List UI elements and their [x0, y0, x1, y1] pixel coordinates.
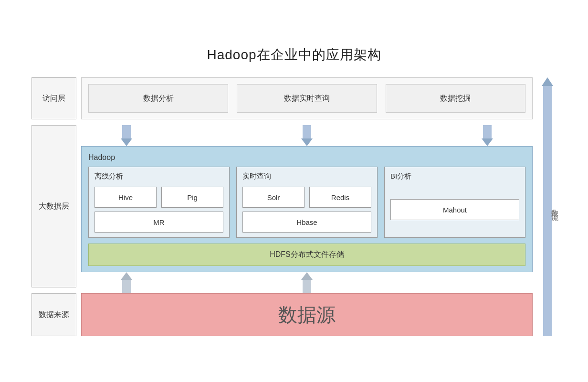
- datasource-box: 数据源: [81, 293, 533, 336]
- arrow-shaft-2: [303, 125, 311, 138]
- redis-box: Redis: [309, 187, 371, 208]
- main-container: Hadoop在企业中的应用架构 访问层 大数据层 数据来源 数据分析 数据实时查…: [32, 46, 556, 336]
- access-box-mining: 数据挖掘: [386, 84, 525, 113]
- access-box-realtime: 数据实时查询: [237, 84, 377, 113]
- bi-box: BI分析 Mahout: [384, 167, 525, 238]
- offline-label: 离线分析: [94, 172, 223, 181]
- arrow-head-up-1: [121, 272, 132, 280]
- hdfs-bar: HDFS分布式文件存储: [88, 244, 525, 266]
- hive-pig-row: Hive Pig: [94, 187, 223, 208]
- arrow-shaft-up-2: [303, 280, 311, 293]
- mahout-box: Mahout: [390, 199, 519, 220]
- right-arrow-col: 数据流: [538, 77, 556, 336]
- arrow-shaft-up-1: [122, 280, 131, 293]
- solr-redis-row: Solr Redis: [242, 187, 371, 208]
- offline-box: 离线分析 Hive Pig MR: [88, 167, 230, 238]
- hadoop-label: Hadoop: [88, 153, 525, 162]
- realtime-box: 实时查询 Solr Redis Hbase: [236, 167, 378, 238]
- solr-box: Solr: [242, 187, 304, 208]
- hive-box: Hive: [94, 187, 157, 208]
- right-arrow-head: [542, 77, 553, 86]
- hadoop-layer: Hadoop 离线分析 Hive Pig MR 实时查询: [81, 146, 533, 272]
- label-bigdata: 大数据层: [32, 125, 76, 287]
- arrow-down-2: [262, 125, 352, 146]
- center-content: 数据分析 数据实时查询 数据挖掘: [81, 77, 533, 336]
- label-source: 数据来源: [32, 293, 76, 336]
- arrow-down-3: [442, 125, 533, 146]
- main-title: Hadoop在企业中的应用架构: [207, 46, 381, 64]
- arrow-head-1: [121, 138, 132, 146]
- realtime-label: 实时查询: [242, 172, 371, 181]
- mr-box: MR: [94, 212, 223, 233]
- left-labels: 访问层 大数据层 数据来源: [32, 77, 76, 336]
- arrow-head-2: [301, 138, 313, 146]
- arrow-down-1: [81, 125, 171, 146]
- right-arrow-shaft: [543, 86, 552, 336]
- arrow-up-1: [81, 272, 171, 293]
- hbase-box: Hbase: [242, 212, 371, 233]
- arrow-shaft-1: [122, 125, 131, 138]
- arrows-up-row: [81, 272, 533, 293]
- arrow-shaft-3: [483, 125, 492, 138]
- access-box-analysis: 数据分析: [88, 84, 228, 113]
- pig-box: Pig: [161, 187, 223, 208]
- bi-label: BI分析: [390, 172, 519, 181]
- hadoop-inner-row: 离线分析 Hive Pig MR 实时查询 Solr Redis: [88, 167, 525, 238]
- diagram-wrapper: 访问层 大数据层 数据来源 数据分析 数据实时查询 数据挖掘: [32, 77, 556, 336]
- access-row: 数据分析 数据实时查询 数据挖掘: [81, 77, 533, 119]
- arrow-head-3: [482, 138, 493, 146]
- right-arrow-label: 数据流: [550, 204, 559, 210]
- arrows-down-row: [81, 125, 533, 146]
- arrow-head-up-2: [301, 272, 313, 280]
- label-access: 访问层: [32, 77, 76, 119]
- arrow-up-2: [262, 272, 352, 293]
